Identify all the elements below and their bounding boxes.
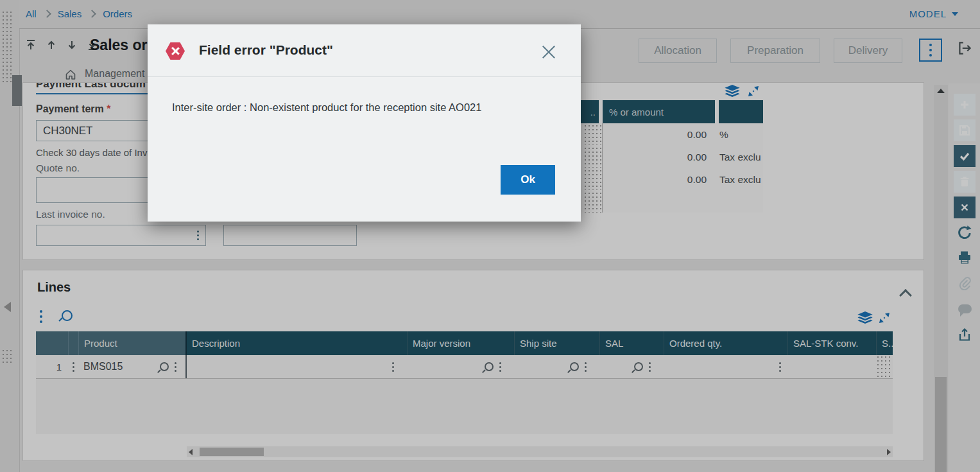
close-icon[interactable] [542,45,555,58]
dialog-header: Field error "Product" [148,24,581,77]
dialog-message: Inter-site order : Non-existent product … [172,101,481,114]
app-window: All Sales Orders MODEL Sales or Allocati… [0,0,980,472]
error-icon [166,42,185,60]
dialog-title: Field error "Product" [199,42,333,58]
error-dialog: Field error "Product" Inter-site order :… [148,24,581,222]
ok-button[interactable]: Ok [501,165,555,195]
